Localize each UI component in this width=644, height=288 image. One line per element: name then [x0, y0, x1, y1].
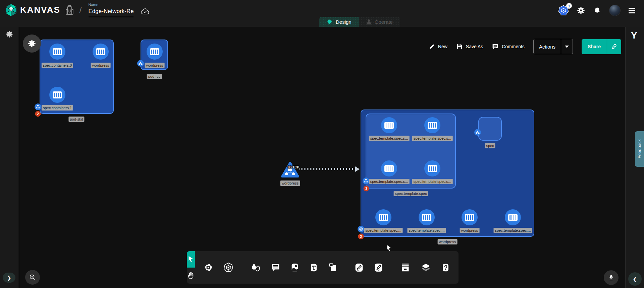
chevron-down-icon[interactable]	[561, 39, 573, 54]
design-name-field: Name	[89, 3, 133, 17]
pan-hand-tool-button[interactable]	[187, 268, 195, 284]
container-icon	[384, 122, 394, 129]
kanvas-logo[interactable]: KANVAS	[5, 3, 60, 17]
actions-dropdown[interactable]: Actions	[533, 39, 573, 54]
node-label: spec	[485, 143, 495, 148]
notifications-bell-icon[interactable]	[593, 6, 601, 15]
layers-icon[interactable]	[420, 263, 431, 273]
new-label: New	[438, 44, 447, 49]
comments-button[interactable]: Comments	[492, 43, 525, 50]
container-node[interactable]	[375, 209, 391, 225]
container-icon	[428, 165, 437, 172]
meshery-component-icon[interactable]	[203, 263, 213, 273]
design-spiral-icon	[327, 19, 333, 25]
kubernetes-context-switcher[interactable]: 1	[558, 5, 569, 16]
shapes-icon[interactable]	[251, 263, 261, 272]
container-icon	[53, 91, 62, 98]
container-node[interactable]	[49, 87, 65, 103]
breadcrumb-separator: /	[79, 5, 82, 15]
pen-tool-icon[interactable]	[354, 263, 364, 273]
save-as-label: Save As	[466, 44, 483, 49]
annotation-tools	[242, 251, 346, 284]
group-pod-rcc[interactable]: wordpress	[141, 40, 168, 70]
container-node[interactable]	[381, 160, 397, 176]
drawing-tools	[346, 251, 392, 284]
context-count-badge: 1	[566, 3, 572, 9]
node-label: spec.template.spec....	[494, 228, 532, 233]
actions-label: Actions	[534, 39, 561, 54]
flower-icon[interactable]	[23, 34, 41, 53]
user-avatar[interactable]	[609, 5, 621, 16]
container-node[interactable]	[424, 117, 440, 133]
group-label: spec.template.spec	[394, 191, 428, 196]
drawer-icon[interactable]	[400, 263, 411, 273]
app-header: KANVAS / Name	[0, 0, 644, 27]
copy-link-icon[interactable]	[607, 39, 621, 54]
design-name-label: Name	[89, 3, 133, 7]
collapse-right-panel-button[interactable]: ❮	[628, 272, 642, 286]
image-tool-icon[interactable]	[290, 263, 300, 273]
node-label: spec.template.spec....	[408, 228, 446, 233]
pen-nib-button[interactable]	[604, 270, 619, 285]
container-icon	[428, 122, 437, 129]
history-spiral-icon[interactable]	[5, 30, 14, 39]
service-node[interactable]	[281, 161, 300, 178]
pod-icon[interactable]	[35, 103, 41, 110]
node-label: spec.template.spec.s...	[369, 136, 410, 141]
error-count-badge[interactable]: 3	[364, 186, 369, 192]
save-as-button[interactable]: Save As	[456, 43, 483, 50]
error-count-badge[interactable]: 2	[35, 111, 41, 117]
node-label: spec.template.spec.s...	[412, 136, 453, 141]
mesh-icon[interactable]	[358, 226, 364, 232]
pointer-tools	[187, 251, 195, 284]
container-node[interactable]	[49, 44, 65, 60]
service-edge[interactable]	[300, 168, 356, 170]
node-label: spec.template.spec.s...	[369, 179, 410, 184]
panel-logo[interactable]: Y	[631, 30, 637, 41]
container-node[interactable]	[93, 44, 109, 60]
organization-icon[interactable]	[65, 5, 74, 15]
settings-gear-icon[interactable]	[577, 6, 585, 15]
feedback-tab[interactable]: Feedback	[635, 131, 644, 167]
tab-design[interactable]: Design	[319, 17, 359, 27]
container-icon	[508, 214, 518, 221]
cloud-saved-icon[interactable]	[140, 8, 150, 15]
container-icon	[465, 214, 474, 221]
group-wordpress-deployment[interactable]: spec.template.spec.s... spec.template.sp…	[361, 110, 534, 237]
tab-operate[interactable]: Operate	[359, 17, 400, 27]
help-icon[interactable]	[441, 263, 450, 273]
comment-tool-icon[interactable]	[271, 263, 280, 272]
container-icon	[379, 214, 388, 221]
container-node[interactable]	[505, 209, 521, 225]
group-label: wordpress	[438, 239, 458, 244]
zoom-in-button[interactable]	[25, 270, 40, 285]
left-rail: ❯	[0, 27, 19, 288]
menu-hamburger-icon[interactable]	[629, 8, 635, 13]
note-tool-icon[interactable]	[328, 263, 337, 272]
new-button[interactable]: New	[429, 44, 447, 50]
expand-left-panel-button[interactable]: ❯	[3, 273, 15, 283]
error-count-badge[interactable]: 3	[358, 234, 364, 239]
group-pod-skd[interactable]: spec.containers.0 wordpress spec.contain…	[40, 40, 114, 114]
text-tool-icon[interactable]	[309, 263, 318, 273]
select-tool-button[interactable]	[187, 251, 195, 268]
spec-node[interactable]	[478, 117, 502, 141]
group-spec-template-spec[interactable]: spec.template.spec.s... spec.template.sp…	[366, 114, 456, 189]
container-node[interactable]	[419, 209, 435, 225]
pod-icon[interactable]	[363, 177, 369, 184]
app-title: KANVAS	[20, 5, 60, 15]
pod-icon[interactable]	[137, 60, 144, 67]
share-label: Share	[582, 39, 607, 54]
container-icon	[96, 48, 105, 55]
container-node[interactable]	[381, 117, 397, 133]
pod-icon[interactable]	[474, 129, 481, 136]
kubernetes-icon[interactable]	[223, 262, 234, 273]
main-area: ❯ New Save As	[0, 27, 644, 288]
freehand-pencil-icon[interactable]	[374, 263, 383, 273]
design-name-input[interactable]	[89, 7, 133, 17]
container-node[interactable]	[147, 44, 163, 60]
container-node[interactable]	[462, 209, 478, 225]
container-node[interactable]	[424, 160, 440, 176]
node-label: spec.containers.1	[42, 105, 73, 111]
share-button[interactable]: Share	[582, 39, 621, 54]
